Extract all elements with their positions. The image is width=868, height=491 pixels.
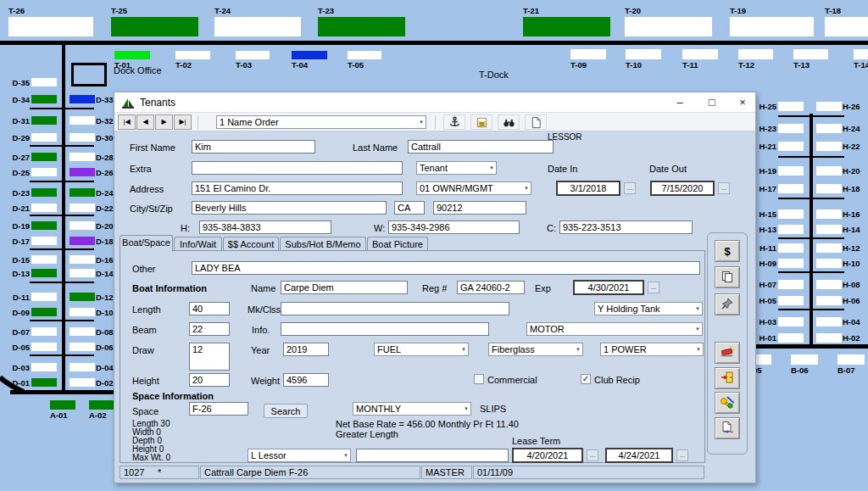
- slip-D-18[interactable]: [70, 237, 95, 245]
- exp-date-picker-button[interactable]: ...: [648, 282, 659, 293]
- other-field[interactable]: [192, 261, 700, 275]
- slip-H-24[interactable]: [816, 124, 842, 133]
- exit-button[interactable]: [715, 367, 740, 389]
- date-in-picker-button[interactable]: ...: [624, 182, 636, 194]
- lease-to-picker-button[interactable]: ...: [676, 449, 688, 461]
- slip-T-05[interactable]: [348, 51, 381, 59]
- slip-H-26[interactable]: [816, 102, 842, 111]
- close-button[interactable]: ×: [730, 92, 755, 112]
- slip-T-21[interactable]: [523, 17, 610, 36]
- nav-first-button[interactable]: |◀: [118, 114, 136, 130]
- holding-tank-select[interactable]: Y Holding Tank ▼: [594, 302, 703, 315]
- slip-D-26[interactable]: [70, 168, 95, 176]
- title-bar[interactable]: Tenants – □ ×: [114, 92, 755, 113]
- slip-H-22[interactable]: [816, 142, 842, 151]
- fuel-select[interactable]: FUEL ▼: [374, 343, 469, 356]
- slip-D-16[interactable]: [70, 255, 95, 264]
- slip-D-23[interactable]: [31, 188, 57, 197]
- erase-record-button[interactable]: [715, 342, 740, 364]
- slip-T-14[interactable]: [854, 49, 868, 59]
- commercial-checkbox[interactable]: [474, 374, 484, 384]
- space-field[interactable]: [189, 402, 248, 416]
- date-out-field[interactable]: [650, 181, 715, 196]
- slip-H-18[interactable]: [816, 184, 842, 193]
- slip-T-19[interactable]: [730, 17, 814, 36]
- slip-D-20[interactable]: [70, 221, 95, 230]
- nav-previous-button[interactable]: ◀: [136, 114, 154, 130]
- maximize-button[interactable]: □: [699, 92, 725, 112]
- lease-to-field[interactable]: [605, 448, 673, 463]
- zip-field[interactable]: [433, 201, 526, 215]
- slip-T-02[interactable]: [175, 51, 210, 59]
- exp-date-field[interactable]: [573, 280, 644, 295]
- beam-field[interactable]: [189, 322, 230, 336]
- slip-D-28[interactable]: [70, 153, 95, 161]
- slip-A-02[interactable]: [89, 400, 114, 410]
- notes-button[interactable]: [470, 114, 492, 130]
- find-button[interactable]: [498, 114, 520, 130]
- slip-H-04[interactable]: [816, 317, 842, 326]
- slip-H-19[interactable]: [778, 166, 804, 176]
- slip-T-25[interactable]: [111, 17, 198, 36]
- info-field[interactable]: [281, 322, 489, 336]
- slip-H-17[interactable]: [778, 184, 804, 193]
- slip-D-02[interactable]: [70, 378, 95, 387]
- slip-D-04[interactable]: [70, 363, 95, 371]
- mk-clss-field[interactable]: [281, 302, 509, 315]
- slip-D-25[interactable]: [31, 168, 57, 176]
- copy-record-button[interactable]: [715, 266, 740, 288]
- lessor-select[interactable]: L Lessor ▼: [248, 449, 351, 462]
- tab-boat-space[interactable]: Boat/Space: [120, 235, 173, 252]
- transfer-record-button[interactable]: [715, 417, 740, 439]
- slip-B-07[interactable]: [837, 354, 865, 365]
- home-phone-field[interactable]: [199, 220, 331, 234]
- city-field[interactable]: [192, 201, 387, 215]
- slip-T-26[interactable]: [8, 17, 93, 36]
- extra-field[interactable]: [192, 161, 403, 175]
- slip-T-03[interactable]: [236, 51, 270, 59]
- minimize-button[interactable]: –: [667, 92, 693, 112]
- edit-rates-button[interactable]: [715, 392, 740, 414]
- slip-D-06[interactable]: [70, 343, 95, 351]
- last-name-field[interactable]: [408, 140, 554, 153]
- slip-A-01[interactable]: [50, 400, 75, 410]
- slip-D-33[interactable]: [70, 95, 95, 103]
- slip-D-05[interactable]: [31, 343, 57, 351]
- slip-D-09[interactable]: [31, 308, 57, 316]
- slip-D-21[interactable]: [31, 204, 57, 212]
- slip-H-13[interactable]: [778, 225, 804, 234]
- slip-D-03[interactable]: [31, 363, 57, 371]
- slip-H-08[interactable]: [816, 280, 842, 289]
- slip-D-24[interactable]: [70, 188, 95, 197]
- lease-note-field[interactable]: [356, 449, 509, 462]
- first-name-field[interactable]: [192, 140, 315, 153]
- slip-D-27[interactable]: [31, 153, 57, 161]
- slip-H-21[interactable]: [778, 142, 804, 151]
- slip-T-01[interactable]: [114, 51, 150, 59]
- power-select[interactable]: 1 POWER ▼: [600, 343, 704, 356]
- tenant-type-select[interactable]: Tenant ▼: [416, 161, 497, 175]
- sort-order-select[interactable]: 1 Name Order ▼: [216, 115, 426, 129]
- height-field[interactable]: [189, 373, 230, 387]
- slip-D-22[interactable]: [70, 204, 95, 212]
- slip-D-07[interactable]: [31, 327, 57, 336]
- rate-type-select[interactable]: MONTHLY ▼: [353, 402, 471, 416]
- pin-record-button[interactable]: [715, 293, 740, 315]
- slip-H-07[interactable]: [778, 280, 804, 289]
- slip-T-13[interactable]: [793, 49, 828, 59]
- slip-H-01[interactable]: [778, 333, 804, 343]
- slip-D-30[interactable]: [70, 133, 95, 142]
- tab-info-wait[interactable]: Info/Wait: [174, 237, 222, 251]
- state-field[interactable]: [394, 201, 425, 215]
- slip-T-20[interactable]: [625, 17, 712, 36]
- slip-D-29[interactable]: [31, 133, 57, 142]
- slip-H-16[interactable]: [816, 209, 842, 219]
- slip-T-12[interactable]: [738, 49, 773, 59]
- slip-D-10[interactable]: [70, 308, 95, 316]
- slip-D-17[interactable]: [31, 237, 57, 245]
- slip-H-09[interactable]: [778, 259, 804, 268]
- slip-D-19[interactable]: [31, 221, 57, 230]
- reg-number-field[interactable]: [457, 281, 525, 294]
- club-recip-checkbox[interactable]: ✓: [581, 374, 591, 384]
- account-dollar-button[interactable]: $: [715, 240, 740, 262]
